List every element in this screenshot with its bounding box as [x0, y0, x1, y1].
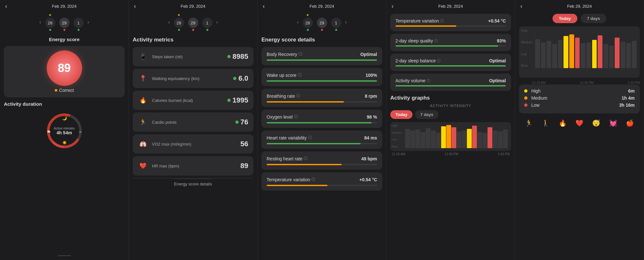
date-item-29[interactable]: ★ 29: [59, 13, 70, 31]
date-item-3-28[interactable]: ★ 28: [303, 13, 313, 31]
breathing-bar: [267, 101, 377, 103]
breathing-fill: [267, 101, 344, 103]
vo2-value: 56: [241, 140, 248, 148]
header-date-3: Feb 29, 2024: [309, 4, 334, 9]
hrv-label: Heart rate variability ⓘ: [267, 135, 312, 140]
date-nav-left-2[interactable]: ‹: [168, 19, 170, 25]
back-button-3[interactable]: ‹: [263, 3, 265, 10]
walking-value: 6.0: [233, 74, 248, 83]
metric-vo2: 🫁 VO2 max (ml/kg/min) 56: [133, 134, 253, 154]
date-num-29[interactable]: 29: [59, 18, 70, 28]
stat-temp: Temperature variation ⓘ +0.54 °C: [390, 14, 511, 31]
panel3-content: Energy score details Body Recovery ⓘ Opt…: [258, 34, 386, 260]
back-button-1[interactable]: ‹: [5, 3, 7, 10]
date-item-2-29[interactable]: ★ 29: [188, 13, 198, 31]
metric-cardio: 🏃 Cardio points 76: [133, 112, 253, 132]
vo2-label: VO2 max (ml/kg/min): [152, 142, 237, 147]
dot-2-29: [192, 29, 194, 31]
date-item-3-29[interactable]: ★ 29: [317, 13, 327, 31]
activity-metrics-title: Activity metrics: [133, 37, 253, 43]
today-btn-5[interactable]: Today: [553, 14, 577, 23]
legend-medium: Medium 1h 4m: [524, 95, 635, 101]
apple-icon[interactable]: 🍎: [626, 119, 634, 127]
main-chart-x-labels: 11:18 AM 12:40 PM 1:40 PM: [532, 81, 640, 85]
detail-oxygen: Oxygen level ⓘ 98 %: [261, 110, 382, 128]
today-toggle-btn[interactable]: Today: [390, 110, 412, 119]
date-num-3-28[interactable]: 28: [303, 18, 313, 28]
date-item-3-1[interactable]: ★ 1: [331, 13, 341, 31]
hrv-fill: [267, 143, 361, 144]
dot-2-1: [206, 29, 208, 31]
date-nav-left-1[interactable]: ‹: [39, 19, 41, 25]
info-icon-hrv: ⓘ: [308, 135, 312, 140]
date-item-28[interactable]: ★ 28: [45, 13, 55, 31]
energy-score-details-link[interactable]: Energy score details: [174, 179, 212, 186]
sleep-quality-fill: [395, 45, 498, 47]
date-nav-right-3[interactable]: ›: [345, 19, 347, 25]
wakeup-label: Wake up score ⓘ: [267, 72, 302, 78]
date-num-3-29[interactable]: 29: [317, 18, 327, 28]
info-av-icon: ⓘ: [427, 78, 430, 83]
legend-medium-value: 1h 4m: [622, 95, 635, 101]
back-button-4[interactable]: ‹: [392, 3, 393, 10]
main-y-medium: Medium: [521, 40, 533, 44]
date-num-2-29[interactable]: 29: [188, 18, 198, 28]
back-button-2[interactable]: ‹: [134, 3, 136, 10]
back-button-5[interactable]: ‹: [520, 3, 522, 10]
oxygen-label: Oxygen level ⓘ: [267, 114, 298, 120]
cardio-dot: [235, 121, 239, 124]
steps-dot: [227, 55, 231, 58]
oxygen-bar: [267, 122, 377, 123]
7days-btn-5[interactable]: 7 days: [581, 14, 606, 23]
main-chart-y-axis: High Medium Low Rest: [521, 29, 533, 67]
date-item-2-28[interactable]: ★ 28: [174, 13, 184, 31]
detail-temp: Temperature variation ⓘ +0.54 °C: [261, 172, 382, 191]
hrmax-icon: ❤️: [138, 161, 148, 171]
intensity-label: ACTIVITY INTENSITY: [390, 104, 511, 108]
walk-icon[interactable]: 🚶: [542, 119, 550, 127]
date-item-1[interactable]: ★ 1: [73, 13, 84, 31]
legend-high-label: High: [524, 88, 541, 94]
activity-volume-label: Activity volume ⓘ: [395, 78, 430, 83]
header-date-5: Feb 29, 2024: [567, 4, 592, 9]
main-y-high: High: [521, 29, 533, 32]
main-x-1: 11:18 AM: [532, 81, 545, 85]
date-strip-1: ‹ ★ 28 ★ 29 ★ 1 ›: [0, 11, 128, 34]
steps-label: Steps taken (nb): [152, 54, 223, 59]
correct-label: Correct: [55, 88, 74, 93]
date-num-1[interactable]: 1: [73, 18, 84, 28]
date-item-2-1[interactable]: ★ 1: [202, 13, 213, 31]
heart-icon[interactable]: ❤️: [575, 119, 583, 127]
orange-dot-icon: [55, 89, 57, 92]
top-toggle-row: Today 7 days: [519, 14, 640, 23]
run-icon[interactable]: 🏃: [525, 119, 533, 127]
7days-toggle-btn[interactable]: 7 days: [415, 110, 438, 119]
stat-temp-value: +0.54 °C: [488, 18, 506, 23]
panel5-content: Today 7 days High Medium Low Rest: [515, 11, 644, 260]
fire-icon[interactable]: 🔥: [559, 119, 567, 127]
date-num-28[interactable]: 28: [45, 18, 55, 28]
panel3-header: ‹ Feb 29, 2024: [258, 0, 386, 11]
x-label-3: 1:40 PM: [498, 152, 510, 156]
sleep-quality-value: 93%: [497, 38, 506, 43]
detail-resting-hr: Resting heart rate ⓘ 49 bpm: [261, 151, 382, 170]
activity-volume-value: Optimal: [489, 78, 506, 83]
date-num-3-1[interactable]: 1: [331, 18, 341, 28]
date-num-2-1[interactable]: 1: [202, 18, 213, 28]
date-nav-right-2[interactable]: ›: [216, 19, 218, 25]
date-num-2-28[interactable]: 28: [174, 18, 184, 28]
wakeup-value: 100%: [365, 73, 377, 78]
sleep-icon[interactable]: 😴: [592, 119, 600, 127]
hrmax-label: HR max (bpm): [152, 164, 237, 168]
date-nav-right-1[interactable]: ›: [88, 19, 89, 25]
main-y-rest: Rest: [521, 64, 533, 67]
metric-hrmax: ❤️ HR max (bpm) 89: [133, 156, 253, 175]
date-nav-left-3[interactable]: ‹: [297, 19, 298, 25]
dot-3-1: [335, 29, 337, 31]
legend-high: High 6m: [524, 88, 635, 94]
info-sb-icon: ⓘ: [437, 58, 440, 63]
dot-3-28: [307, 29, 309, 31]
heart2-icon[interactable]: 💓: [609, 119, 617, 127]
y-medium: Medium: [392, 131, 402, 134]
y-rest: Rest: [392, 145, 402, 148]
